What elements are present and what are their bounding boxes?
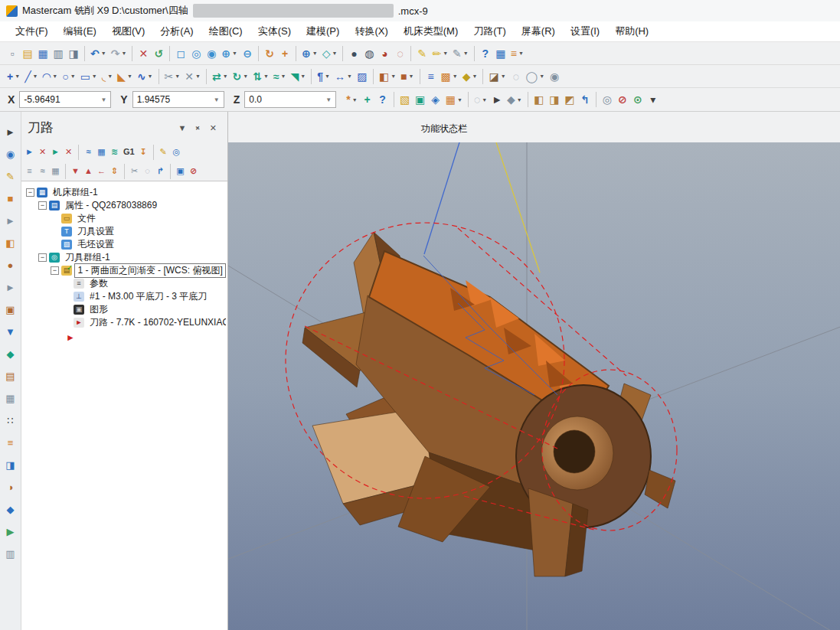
strip-analysis-icon[interactable]: ◉ bbox=[2, 146, 19, 162]
menu-item[interactable]: 设置(I) bbox=[563, 21, 607, 41]
select-mask-icon[interactable]: ◈ bbox=[429, 90, 443, 109]
strip-layers-icon[interactable]: ≡ bbox=[2, 435, 19, 451]
tree-expander-icon[interactable]: − bbox=[38, 201, 47, 210]
tree-item[interactable]: −▤属性 - QQ2678038869 bbox=[23, 199, 226, 212]
strip-down-icon[interactable]: ▼ bbox=[2, 324, 19, 340]
shading-material-icon[interactable]: ◕ bbox=[378, 44, 391, 63]
rapid-feed-icon[interactable]: ↧ bbox=[138, 145, 149, 160]
spline-icon[interactable]: ∿▼ bbox=[136, 67, 155, 86]
hatch-icon[interactable]: ▨ bbox=[355, 67, 369, 86]
xform-scale-icon[interactable]: ◥▼ bbox=[289, 67, 308, 86]
strip-cube-icon[interactable]: ■ bbox=[2, 191, 19, 207]
more-options-icon[interactable]: ▾ bbox=[646, 90, 660, 109]
tree-item[interactable]: T刀具设置 bbox=[23, 225, 226, 238]
strip-mill-icon[interactable]: ◨ bbox=[2, 457, 19, 473]
menu-item[interactable]: 机床类型(M) bbox=[396, 21, 466, 41]
redo-icon[interactable]: ↷▼ bbox=[109, 44, 129, 63]
menu-item[interactable]: 帮助(H) bbox=[607, 21, 656, 41]
cursor-config-icon[interactable]: + bbox=[361, 90, 374, 109]
tree-item[interactable]: ⊥#1 - M3.00 平底刀 - 3 平底刀 bbox=[23, 290, 226, 303]
analyze-pencil-icon[interactable]: ✎▼ bbox=[451, 44, 470, 63]
strip-tool-icon[interactable]: ◆ bbox=[2, 346, 19, 362]
note-icon[interactable]: ¶▼ bbox=[315, 67, 332, 86]
wireframe-icon[interactable]: ◌ bbox=[393, 44, 407, 63]
zoom-out-icon[interactable]: ⊖ bbox=[240, 44, 254, 63]
line-icon[interactable]: ╱▼ bbox=[23, 67, 39, 86]
tree-item[interactable]: ▧毛坯设置 bbox=[23, 238, 226, 251]
strip-expand-icon[interactable]: ► bbox=[2, 124, 19, 140]
move-down-icon[interactable]: ▼ bbox=[70, 164, 81, 179]
strip-note-icon[interactable]: ✎ bbox=[2, 168, 19, 184]
strip-dots-icon[interactable]: ∷ bbox=[2, 413, 19, 429]
blank-entity-icon[interactable]: ◯▼ bbox=[525, 67, 547, 86]
zoom-in-icon[interactable]: ⊕▼ bbox=[220, 44, 239, 63]
chamfer-icon[interactable]: ◣▼ bbox=[116, 67, 134, 86]
hide-toolpath-icon[interactable]: ⊘ bbox=[188, 164, 199, 179]
post-g1-icon[interactable]: G1 bbox=[122, 145, 136, 160]
shading-off-icon[interactable]: ● bbox=[347, 44, 361, 63]
save-icon[interactable]: ▦ bbox=[36, 44, 50, 63]
tree-item[interactable]: ►刀路 - 7.7K - 160702-YELUNXIAO.I bbox=[23, 316, 226, 329]
undelete-icon[interactable]: ↺ bbox=[152, 44, 165, 63]
point-icon[interactable]: +▼ bbox=[5, 67, 21, 86]
select-cursor-icon[interactable]: ► bbox=[490, 90, 504, 109]
scroll-ops-icon[interactable]: ⇕ bbox=[109, 164, 120, 179]
z-coordinate-input[interactable]: 0.0 ▼ bbox=[244, 91, 336, 108]
hide-entity-icon[interactable]: ◌ bbox=[509, 67, 523, 86]
select-group-icon[interactable]: ▣ bbox=[413, 90, 427, 109]
edit-feed-icon[interactable]: ✎ bbox=[158, 145, 169, 160]
panel-collapse-icon[interactable]: ▼ bbox=[173, 123, 191, 132]
menu-item[interactable]: 建模(P) bbox=[299, 21, 347, 41]
tree-expander-icon[interactable]: − bbox=[38, 253, 47, 262]
insert-position-arrow-icon[interactable]: ► bbox=[66, 332, 75, 343]
sketch-pencil-icon[interactable]: ✎ bbox=[415, 44, 429, 63]
solid-icon[interactable]: ■▼ bbox=[399, 67, 415, 86]
regen-all-icon[interactable]: ▦ bbox=[96, 145, 107, 160]
strip-drill-icon[interactable]: ◆ bbox=[2, 501, 19, 517]
panel-help-icon[interactable]: ◎ bbox=[171, 145, 182, 160]
select-result-icon[interactable]: ▧ bbox=[398, 90, 412, 109]
copy-operation-icon[interactable]: ◌ bbox=[142, 164, 153, 179]
menu-item[interactable]: 绘图(C) bbox=[201, 21, 250, 41]
gear-icon[interactable]: ◎ bbox=[600, 90, 614, 109]
zoom-fit-icon[interactable]: ◉ bbox=[204, 44, 218, 63]
menu-item[interactable]: 刀路(T) bbox=[466, 21, 514, 41]
menu-item[interactable]: 视图(V) bbox=[104, 21, 152, 41]
menu-item[interactable]: 屏幕(R) bbox=[514, 21, 563, 41]
stop-icon[interactable]: ⊘ bbox=[616, 90, 629, 109]
autocursor-icon[interactable]: *▼ bbox=[345, 90, 358, 109]
print-icon[interactable]: ▥ bbox=[51, 44, 65, 63]
xform-translate-icon[interactable]: ⇄▼ bbox=[211, 67, 230, 86]
material-icon[interactable]: ◪▼ bbox=[487, 67, 507, 86]
attributes-icon[interactable]: ▩▼ bbox=[440, 67, 459, 86]
undo-icon[interactable]: ↶▼ bbox=[89, 44, 108, 63]
tree-expander-icon[interactable]: − bbox=[51, 266, 59, 275]
menu-item[interactable]: 分析(A) bbox=[152, 21, 201, 41]
lock-operations-icon[interactable]: ≡ bbox=[24, 164, 35, 179]
unselect-dirty-icon[interactable]: ✕ bbox=[63, 145, 74, 160]
open-file-icon[interactable]: ▤ bbox=[21, 44, 34, 63]
strip-simulate-icon[interactable]: ▶ bbox=[2, 524, 19, 540]
menu-item[interactable]: 文件(F) bbox=[8, 21, 56, 41]
strip-sphere-icon[interactable]: ● bbox=[2, 257, 19, 273]
strip-grid-icon[interactable]: ▦ bbox=[2, 390, 19, 406]
panel-pin-icon[interactable]: + bbox=[190, 119, 207, 135]
toggle-post-icon[interactable]: ▦ bbox=[50, 164, 61, 179]
xform-rotate-icon[interactable]: ↻▼ bbox=[231, 67, 250, 86]
strip-arrow-icon[interactable]: ► bbox=[2, 213, 19, 229]
tree-item[interactable]: −◎刀具群组-1 bbox=[23, 251, 226, 264]
zoom-window-icon[interactable]: ◻ bbox=[174, 44, 188, 63]
unselect-all-operations-icon[interactable]: ✕ bbox=[37, 145, 48, 160]
tree-expander-icon[interactable]: − bbox=[26, 188, 34, 197]
export-operation-icon[interactable]: ↱ bbox=[155, 164, 166, 179]
select-last-icon[interactable]: ↰ bbox=[578, 90, 592, 109]
repaint-icon[interactable]: ↻ bbox=[263, 44, 276, 63]
xform-mirror-icon[interactable]: ⇅▼ bbox=[251, 67, 270, 86]
select-solid-body-icon[interactable]: ◨ bbox=[547, 90, 561, 109]
dimension-icon[interactable]: ↔▼ bbox=[333, 67, 354, 86]
display-options-icon[interactable]: ▣ bbox=[175, 164, 186, 179]
strip-post-icon[interactable]: ▥ bbox=[2, 546, 19, 562]
screen-capture-icon[interactable]: ◨ bbox=[67, 44, 80, 63]
color-icon[interactable]: ◆▼ bbox=[461, 67, 479, 86]
pan-icon[interactable]: + bbox=[278, 44, 292, 63]
